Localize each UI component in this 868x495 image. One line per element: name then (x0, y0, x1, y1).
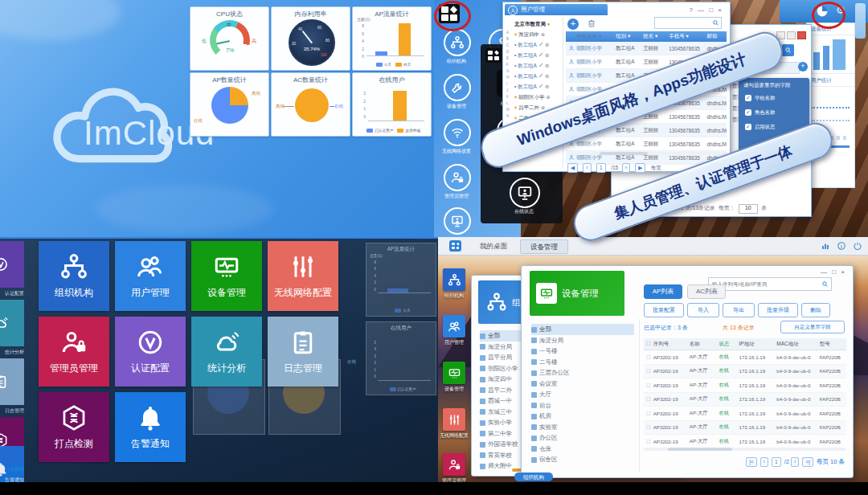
alphabet-index[interactable]: A B C D E F G H I J K L M N (506, 30, 510, 120)
tree-leaf[interactable]: • 教工组A⚙ (514, 39, 561, 50)
bars-icon[interactable] (821, 241, 830, 251)
tree-item[interactable]: 一号楼 (531, 346, 634, 357)
device-search[interactable] (708, 277, 832, 291)
table-row[interactable]: 朝阳区小学 教工组A 王丽丽 13045678635 dhdhsJW@ (566, 137, 727, 151)
edge-tile-stats[interactable] (0, 300, 24, 346)
wifi-icon[interactable] (444, 119, 471, 146)
tree-item[interactable]: 机房 (531, 411, 634, 422)
perpage-input[interactable]: 10 (739, 204, 758, 214)
tree-item[interactable]: 办公区 (531, 432, 634, 444)
import-button[interactable]: 导入 (687, 303, 719, 317)
window-controls[interactable]: — □ × (821, 268, 846, 276)
pager-first-button[interactable]: |< (746, 457, 756, 467)
custom-fields-button[interactable]: 自定义显示字段 (780, 321, 845, 333)
table-header[interactable]: ☐ 序列号 名称 状态 IP地址 MAC地址 型号 (644, 338, 846, 350)
edge-tile-auth[interactable] (0, 241, 24, 288)
power-icon[interactable] (853, 241, 862, 251)
tab-ac-list[interactable]: AC列表 (687, 284, 726, 299)
delete-button[interactable]: 删除 (801, 303, 830, 317)
checkbox-checked[interactable]: ✓ (745, 124, 751, 130)
scrollbar-thumb[interactable] (855, 3, 866, 39)
monitor-icon[interactable] (444, 207, 471, 235)
table-row[interactable]: ☐ AP3202-19 AP-大厅 在线 172.16.1.19 b4-0-9-… (644, 365, 846, 379)
field-checkbox-row[interactable]: ✓学校名称 (739, 91, 809, 105)
tree-item[interactable]: 实验室 (531, 422, 634, 433)
tree-item[interactable]: 大厅 (531, 389, 634, 400)
tree-item[interactable]: 宿舍区 (531, 454, 634, 465)
tree-item[interactable]: 仓库 (531, 444, 634, 455)
tree-leaf[interactable]: • 教工组A⚙ (514, 81, 561, 92)
tile-dot-detection[interactable]: 打点检测 (39, 392, 109, 462)
field-checkbox-row[interactable]: ✓角色名称 (739, 105, 809, 120)
batch-upgrade-button[interactable]: 批量升级 (758, 303, 798, 317)
pager-last-button[interactable]: >| (802, 457, 813, 467)
taskbar-pill[interactable]: 组织机构 (514, 472, 553, 481)
search-button[interactable] (782, 44, 794, 56)
trash-icon[interactable] (587, 18, 596, 28)
tile-alert-notification[interactable]: 告警通知 (115, 392, 186, 462)
tree-item[interactable]: 二号楼 (531, 357, 634, 368)
tab-device-management[interactable]: 设备管理 (520, 239, 568, 254)
tree-group[interactable]: ▾ 海淀四中⊕ (514, 29, 561, 39)
search-icon[interactable] (712, 19, 719, 27)
search-icon[interactable] (821, 280, 829, 288)
tile-auth-config[interactable]: 认证配置 (115, 317, 186, 387)
table-row[interactable]: ☐ AP3202-19 AP-大厅 在线 172.16.1.19 b4-0-9-… (644, 421, 846, 436)
user-search-input[interactable] (654, 17, 722, 29)
selected-note[interactable]: 已选中记录：3 条 (644, 324, 688, 332)
tile-stats-analysis[interactable]: 统计分析 (191, 317, 262, 387)
info-icon[interactable] (837, 241, 846, 251)
wrench-icon[interactable] (444, 74, 471, 101)
table-row[interactable]: ☐ AP3202-19 AP-大厅 在线 172.16.1.19 b4-0-9-… (644, 435, 846, 449)
org-structure-icon[interactable] (444, 29, 471, 56)
tree-item[interactable]: 前台 (531, 400, 634, 411)
tile-wireless-config[interactable]: 无线网络配置 (268, 241, 338, 311)
pager-last-button[interactable]: ▶ (635, 163, 645, 173)
h-scrollbar-thumb[interactable] (600, 152, 648, 155)
shortcut-wireless[interactable] (443, 408, 465, 431)
table-row[interactable]: ☐ AP3202-19 AP-大厅 在线 172.16.1.19 b4-0-9-… (644, 378, 846, 393)
export-button[interactable]: 导出 (723, 303, 755, 317)
shortcut-devices[interactable] (443, 362, 465, 384)
h-scrollbar[interactable] (644, 448, 846, 451)
tree-item[interactable]: 三层办公区 (531, 367, 634, 378)
device-window-header[interactable]: 设备管理 (530, 271, 624, 316)
window-controls[interactable]: ? — □ × (689, 6, 723, 14)
monitor-icon[interactable] (510, 178, 540, 208)
tree-leaf[interactable]: • 教工组A⚙ (514, 50, 561, 60)
tab-ap-list[interactable]: AP列表 (644, 284, 682, 299)
tile-organization[interactable]: 组织机构 (39, 241, 109, 311)
pager-next-button[interactable]: › (622, 163, 630, 173)
shortcut-organization[interactable] (443, 268, 465, 291)
add-column-button[interactable]: + (798, 62, 808, 72)
table-row[interactable]: ☐ AP3202-19 AP-大厅 在线 172.16.1.19 b4-0-9-… (644, 350, 846, 365)
checkbox-checked[interactable]: ✓ (745, 109, 751, 116)
tile-log-management[interactable]: 日志管理 (268, 317, 338, 387)
tree-leaf[interactable]: • 教工组A⚙ (514, 60, 561, 71)
table-header[interactable]: 学校名称 ▾ 组别 ▾ 姓名 ▾ 手机号 ▾ 邮箱 (566, 31, 727, 42)
pager-next-button[interactable]: › (791, 457, 799, 467)
pager-first-button[interactable]: ◀ (567, 163, 578, 173)
tree-root[interactable]: 北京市教育局 ● (514, 18, 561, 29)
user-window-titlebar[interactable]: 用户管理 (505, 4, 608, 15)
tree-root[interactable]: 全部 (531, 324, 634, 335)
pager-page-input[interactable]: 1 (596, 163, 606, 173)
tree-group[interactable]: ▾ 朝阳区小学⊕ (514, 92, 561, 102)
add-user-button[interactable]: + (567, 18, 579, 30)
pager-prev-button[interactable]: ‹ (760, 457, 768, 467)
table-row[interactable]: ☐ AP3202-19 AP-大厅 在线 172.16.1.19 b4-0-9-… (644, 407, 846, 421)
tree-leaf[interactable]: • 教工组A⚙ (514, 71, 561, 81)
shortcut-users[interactable] (443, 315, 465, 338)
h-scrollbar[interactable] (567, 152, 720, 155)
pager-page-input[interactable]: 1 (772, 457, 781, 467)
tree-item[interactable]: 海淀分局 (531, 335, 634, 346)
shortcut-admins[interactable] (443, 453, 465, 476)
tile-admin-management[interactable]: 管理员管理 (39, 317, 109, 387)
tree-item[interactable]: 会议室 (531, 378, 634, 390)
admin-icon[interactable] (444, 164, 471, 191)
tile-user-management[interactable]: 用户管理 (115, 241, 186, 311)
h-scrollbar-thumb[interactable] (668, 448, 732, 451)
tile-device-management[interactable]: 设备管理 (191, 241, 262, 311)
table-row[interactable]: ☐ AP3202-19 AP-大厅 在线 172.16.1.19 b4-0-9-… (644, 393, 846, 407)
batch-config-button[interactable]: 批量配置 (644, 303, 684, 317)
